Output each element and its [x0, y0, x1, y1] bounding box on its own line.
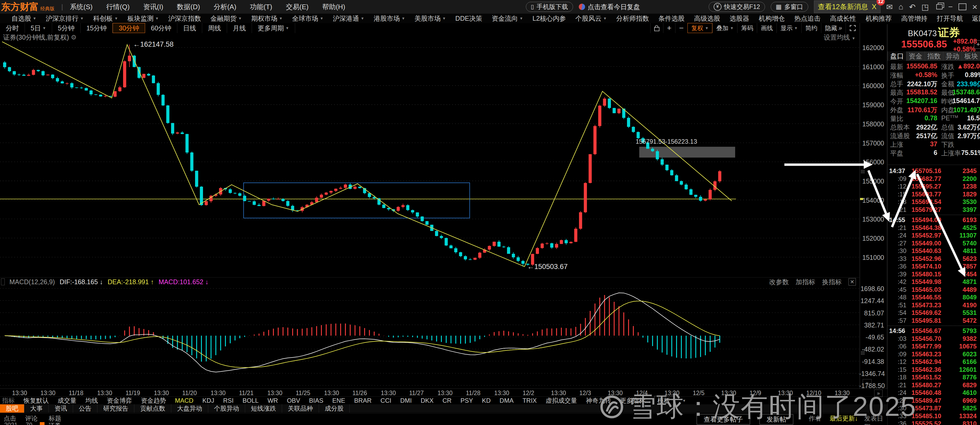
market-nav-item[interactable]: 个股风云▼ — [575, 14, 607, 23]
posts-tab[interactable]: 成分股 — [319, 404, 350, 413]
daily-replay-link[interactable]: 点击查看今日复盘 — [579, 3, 640, 11]
chart-tool-item[interactable]: 叠加▼ — [712, 23, 737, 33]
market-nav-item[interactable]: 高成长性 — [830, 14, 856, 23]
tick-row[interactable]: :12155695.271238 — [888, 183, 980, 191]
gear-icon[interactable]: ⚙ — [71, 34, 76, 41]
tooltip-close-icon[interactable]: X — [872, 3, 877, 11]
market-nav-item[interactable]: 选股器 — [730, 14, 749, 23]
indicator-tab[interactable]: KD — [482, 397, 490, 404]
chart-tool-item[interactable]: 筹码 — [737, 23, 757, 33]
indicator-tab[interactable]: BRAR — [354, 397, 372, 404]
chart-tool-item[interactable]: 显示▼ — [776, 23, 802, 33]
tick-row[interactable]: :09155463.236023 — [888, 350, 980, 358]
menu-item[interactable]: 资讯(I) — [143, 2, 164, 11]
swap-indicator-button[interactable]: 换指标 — [822, 278, 842, 286]
indicator-tab[interactable]: CR — [442, 397, 452, 404]
panel-tab[interactable]: 板块 — [962, 51, 980, 61]
tick-row[interactable]: :09155682.772200 — [888, 175, 980, 183]
indicator-tab[interactable]: 虚拟成交量 — [546, 396, 577, 405]
period-tab[interactable]: 30分钟 — [113, 23, 145, 33]
add-to-watchlist-button[interactable]: + — [974, 40, 980, 49]
market-nav-item[interactable]: 条件选股 — [659, 14, 684, 23]
restore-icon[interactable] — [959, 3, 966, 10]
market-nav-item[interactable]: 港股市场▼ — [374, 14, 405, 23]
market-nav-item[interactable]: 期权市场▼ — [251, 14, 283, 23]
market-nav-item[interactable]: 机构增仓 — [759, 14, 785, 23]
indicator-tab[interactable]: ENE — [332, 397, 345, 404]
tick-row[interactable]: :24155452.9711307 — [888, 232, 980, 240]
tick-row[interactable]: :15155693.771829 — [888, 191, 980, 198]
indicator-tab[interactable]: 均线 — [85, 396, 98, 405]
market-nav-item[interactable]: 沪深港通▼ — [333, 14, 364, 23]
period-tab[interactable]: 5分钟 — [52, 23, 81, 33]
market-nav-item[interactable]: 沪深京排行▼ — [46, 14, 84, 23]
indicator-tab[interactable]: PSY — [460, 397, 473, 404]
panel-tab[interactable]: 指数 — [925, 51, 943, 61]
posts-tab[interactable]: 大事 — [24, 404, 49, 413]
tick-row[interactable]: :06155477.9910675 — [888, 343, 980, 350]
multi-window-button[interactable]: ▦ 多窗口 — [771, 2, 808, 12]
tick-row[interactable]: :54155469.625531 — [888, 309, 980, 317]
tick-row[interactable]: 14:56155456.675793 — [888, 327, 980, 335]
indicator-tab[interactable]: CCI — [380, 397, 391, 404]
tick-row[interactable]: :39155480.157454 — [888, 270, 980, 278]
tick-row[interactable]: :57155495.815472 — [888, 317, 980, 325]
tick-row[interactable]: :18155693.543530 — [888, 198, 980, 206]
posts-tab[interactable]: 关联品种 — [282, 404, 319, 413]
posts-tab[interactable]: 股吧 — [0, 404, 24, 413]
tick-row[interactable]: 14:37155705.162345 — [888, 167, 980, 175]
indicator-tab[interactable]: 资金博弈 — [107, 396, 132, 405]
tick-row[interactable]: 14:55155494.006193 — [888, 216, 980, 224]
tick-row[interactable]: :42155449.984871 — [888, 278, 980, 286]
market-nav-item[interactable]: 热点追击 — [794, 14, 821, 23]
nav-link[interactable]: 返回 — [972, 14, 980, 23]
menu-item[interactable]: 分析(A) — [214, 2, 237, 11]
skin-icon[interactable]: ◳ — [921, 2, 929, 11]
main-chart[interactable]: ←162147.58←150503.67156791.53-156223.13 — [0, 0, 980, 425]
indicator-tab[interactable]: DMA — [500, 397, 514, 404]
period-tab[interactable]: 更多周期▼ — [252, 23, 295, 33]
market-nav-item[interactable]: 分析师指数 — [616, 14, 649, 23]
tick-list[interactable]: 14:37155705.162345:09155682.772200:12155… — [888, 167, 980, 425]
indicator-tab[interactable]: RSI — [223, 397, 234, 404]
menu-item[interactable]: 系统(S) — [70, 2, 93, 11]
indicator-tab[interactable]: DMI — [400, 397, 412, 404]
ma-setting-button[interactable]: 设置均线 ▼ — [824, 33, 855, 42]
market-nav-item[interactable]: DDE决策 — [455, 14, 482, 23]
chart-tool-item[interactable]: 隐藏» — [821, 23, 846, 33]
posts-tab[interactable]: 研究报告 — [97, 404, 134, 413]
market-nav-item[interactable]: 金融期货▼ — [210, 14, 242, 23]
nav-link[interactable]: 打开导航 — [937, 14, 963, 23]
fullscreen-tool[interactable] — [846, 23, 859, 33]
indicator-tab[interactable]: DKX — [421, 397, 433, 404]
panel-tab[interactable]: 盘口 — [888, 51, 906, 61]
market-nav-item[interactable]: 机构推荐 — [865, 14, 892, 23]
market-nav-item[interactable]: 高级选股 — [694, 14, 720, 23]
indicator-tab[interactable]: KDJ — [202, 397, 214, 404]
chart-tool-item[interactable]: 画线 — [757, 23, 776, 33]
panel-tab[interactable]: 资金 — [906, 51, 925, 61]
tick-row[interactable]: :36155474.107857 — [888, 263, 980, 270]
market-nav-item[interactable]: 高管增持 — [901, 14, 928, 23]
indicator-tab[interactable]: BOLL — [242, 397, 258, 404]
tick-row[interactable]: :48155446.558049 — [888, 294, 980, 302]
indicator-tab[interactable]: 成交量 — [57, 396, 76, 405]
close-indicator-icon[interactable]: ✕ — [848, 278, 856, 286]
tick-row[interactable]: :03155456.709382 — [888, 335, 980, 343]
tick-row[interactable]: :33155452.965623 — [888, 255, 980, 263]
tick-row[interactable]: :51155473.234190 — [888, 302, 980, 309]
quick-trade-button[interactable]: ¥ 快速交易F12 — [709, 2, 765, 12]
cascade-windows-icon[interactable] — [936, 4, 943, 10]
indicator-collapse-icon[interactable] — [1, 278, 5, 285]
menu-item[interactable]: 帮助(H) — [322, 2, 345, 11]
chart-tool-fuquan[interactable]: 复权▼ — [687, 23, 713, 33]
menu-item[interactable]: 交易(E) — [286, 2, 309, 11]
menu-item[interactable]: 行情(Q) — [106, 2, 130, 11]
indicator-tab[interactable]: 资金趋势 — [141, 396, 166, 405]
zoom-out-tool[interactable]: − — [675, 23, 687, 33]
tick-row[interactable]: :21155464.384525 — [888, 224, 980, 232]
posts-tab[interactable]: 大盘异动 — [171, 404, 208, 413]
period-tab[interactable]: 5日▼ — [25, 23, 52, 33]
tick-row[interactable]: :45155465.034489 — [888, 286, 980, 294]
tick-row[interactable]: :15155462.3612601 — [888, 366, 980, 374]
